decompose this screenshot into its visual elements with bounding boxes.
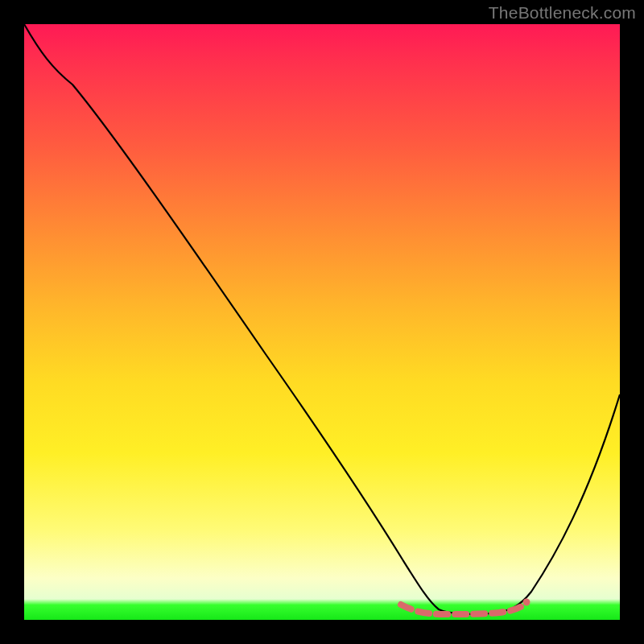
curve-layer [24, 24, 620, 620]
chart-frame: TheBottleneck.com [0, 0, 644, 644]
main-curve [24, 24, 620, 614]
trough-marker [401, 605, 523, 614]
watermark-text: TheBottleneck.com [489, 3, 636, 23]
trough-end-dot [523, 599, 530, 606]
plot-area [24, 24, 620, 620]
